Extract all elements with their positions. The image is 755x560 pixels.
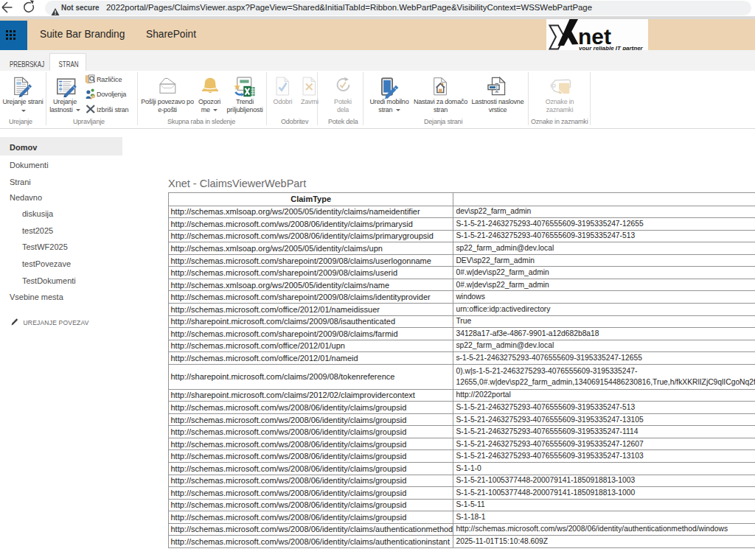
svg-text:your reliable IT partner: your reliable IT partner xyxy=(578,45,644,51)
